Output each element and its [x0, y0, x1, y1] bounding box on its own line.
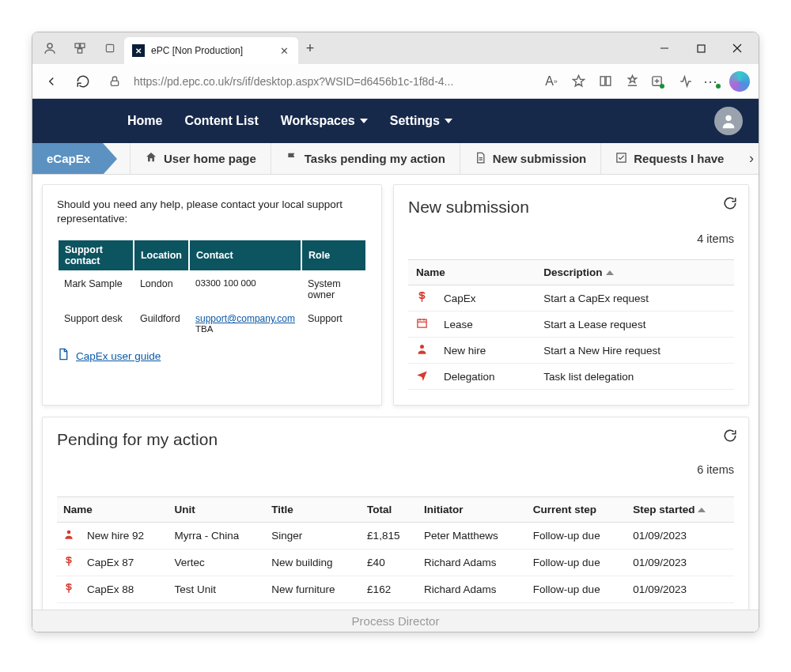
support-header: Location — [134, 240, 189, 271]
refresh-icon[interactable] — [723, 196, 737, 213]
sort-asc-icon — [698, 508, 706, 512]
address-bar: https://pd.epc.co.uk/rs/if/desktop.aspx?… — [32, 64, 759, 99]
read-aloud-icon[interactable]: A» — [539, 69, 564, 94]
support-email-link[interactable]: support@company.com — [195, 313, 295, 324]
svg-point-0 — [47, 43, 52, 48]
dollar-icon — [57, 549, 81, 576]
document-icon — [475, 152, 486, 166]
svg-rect-3 — [78, 49, 81, 53]
pending-row[interactable]: New hire 92Myrra - ChinaSinger£1,815Pete… — [57, 523, 734, 549]
svg-rect-11 — [606, 77, 611, 85]
subtab-new-submission[interactable]: New submission — [460, 143, 600, 174]
refresh-icon[interactable] — [723, 428, 737, 446]
pending-row[interactable]: CapEx 87VertecNew building£40Richard Ada… — [57, 549, 734, 576]
nav-home[interactable]: Home — [127, 114, 162, 128]
more-icon[interactable]: ⋯ — [700, 69, 725, 94]
chevron-down-icon — [360, 119, 368, 123]
close-tab-icon[interactable]: ✕ — [278, 45, 290, 57]
calendar-icon — [408, 311, 436, 338]
content-area: Should you need any help, please contact… — [32, 175, 759, 632]
favorite-icon[interactable] — [566, 69, 591, 94]
workspaces-icon[interactable] — [66, 36, 94, 61]
subtab-user-home[interactable]: User home page — [130, 143, 271, 174]
browser-window: ✕ ePC [Non Production] ✕ + https://pd.ep… — [32, 32, 759, 632]
collections-icon[interactable] — [646, 69, 672, 94]
submission-row[interactable]: New hireStart a New Hire request — [408, 338, 734, 364]
svg-point-16 — [725, 115, 731, 121]
card-title: New submission — [408, 198, 734, 217]
svg-rect-9 — [111, 81, 118, 85]
support-header: Support contact — [58, 240, 134, 271]
svg-rect-20 — [418, 319, 426, 327]
svg-rect-4 — [106, 44, 113, 51]
scroll-right-icon[interactable]: › — [749, 143, 754, 174]
workspace-tag: eCapEx — [32, 143, 103, 174]
support-table: Support contact Location Contact Role Ma… — [57, 239, 367, 340]
dollar-icon — [57, 576, 81, 603]
svg-point-24 — [420, 345, 424, 349]
svg-rect-2 — [81, 43, 85, 47]
new-submission-card: New submission 4 items Name Description … — [393, 184, 749, 406]
nav-workspaces[interactable]: Workspaces — [281, 114, 368, 128]
tab-actions-icon[interactable] — [96, 36, 124, 61]
person-icon — [57, 523, 81, 549]
help-card: Should you need any help, please contact… — [42, 184, 382, 406]
tab-title: ePC [Non Production] — [151, 45, 271, 56]
pending-card: Pending for my action 6 items Name Unit … — [42, 417, 749, 632]
submission-row[interactable]: LeaseStart a Lease request — [408, 311, 734, 338]
person-icon — [408, 338, 436, 364]
profile-icon[interactable] — [36, 36, 64, 61]
svg-rect-6 — [698, 45, 705, 52]
maximize-button[interactable] — [683, 36, 719, 61]
new-submission-table: Name Description CapExStart a CapEx requ… — [408, 259, 734, 390]
support-header: Role — [301, 240, 366, 271]
item-count: 4 items — [697, 232, 734, 245]
subtab-requests[interactable]: Requests I have — [600, 143, 738, 174]
help-intro: Should you need any help, please contact… — [57, 198, 367, 226]
back-button[interactable] — [39, 69, 64, 94]
titlebar: ✕ ePC [Non Production] ✕ + — [32, 32, 759, 64]
submission-row[interactable]: DelegationTask list delegation — [408, 364, 734, 390]
submission-row[interactable]: CapExStart a CapEx request — [408, 285, 734, 311]
browser-tab[interactable]: ✕ ePC [Non Production] ✕ — [124, 37, 298, 64]
site-info-icon[interactable] — [102, 69, 127, 94]
support-row: Support desk Guildford support@company.c… — [58, 307, 366, 340]
new-tab-button[interactable]: + — [298, 40, 322, 57]
performance-icon[interactable] — [673, 69, 698, 94]
split-screen-icon[interactable] — [592, 69, 618, 94]
minimize-button[interactable] — [646, 36, 683, 61]
url-text[interactable]: https://pd.epc.co.uk/rs/if/desktop.aspx?… — [134, 75, 532, 88]
svg-rect-1 — [75, 43, 79, 47]
subtab-tasks-pending[interactable]: Tasks pending my action — [271, 143, 460, 174]
close-window-button[interactable] — [719, 36, 755, 61]
favorites-bar-icon[interactable] — [619, 69, 645, 94]
flag-icon — [286, 151, 298, 166]
favicon: ✕ — [132, 44, 145, 57]
copilot-icon[interactable] — [727, 69, 752, 94]
chevron-down-icon — [445, 119, 452, 123]
card-title: Pending for my action — [57, 430, 734, 449]
pdf-icon — [57, 348, 70, 364]
subnav: eCapEx User home page Tasks pending my a… — [32, 143, 759, 175]
pending-row[interactable]: CapEx 88Test UnitNew furniture£162Richar… — [57, 576, 734, 603]
refresh-button[interactable] — [70, 69, 96, 94]
footer-bar: Process Director — [32, 610, 759, 632]
svg-point-25 — [67, 530, 71, 534]
item-count: 6 items — [697, 463, 734, 476]
checkbox-icon — [615, 152, 627, 166]
support-header: Contact — [189, 240, 301, 271]
sort-asc-icon — [606, 270, 614, 275]
app-navbar: Home Content List Workspaces Settings — [32, 99, 759, 143]
plane-icon — [408, 364, 436, 390]
home-icon — [145, 151, 157, 166]
user-avatar[interactable] — [714, 107, 743, 135]
nav-settings[interactable]: Settings — [390, 114, 452, 128]
user-guide-link[interactable]: CapEx user guide — [57, 348, 367, 364]
support-row: Mark Sample London 03300 100 000 System … — [58, 271, 366, 307]
nav-content-list[interactable]: Content List — [184, 114, 258, 128]
dollar-icon — [408, 285, 436, 311]
svg-rect-10 — [600, 77, 605, 85]
